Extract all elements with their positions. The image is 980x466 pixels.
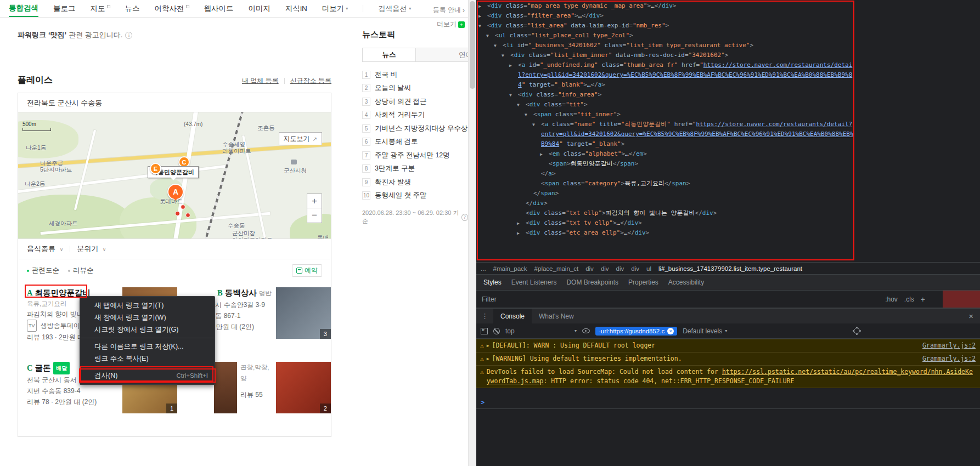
- dom-tree-line[interactable]: ▶<div class="etc_area ellp">…</div>: [476, 228, 855, 238]
- breadcrumb[interactable]: div: [585, 265, 594, 272]
- help-icon[interactable]: ?: [461, 214, 468, 221]
- search-option-button[interactable]: 검색옵션▾: [378, 0, 411, 17]
- news-topic-item[interactable]: 83단계로 구분: [362, 162, 468, 176]
- tab-accessibility[interactable]: Accessibility: [663, 275, 709, 290]
- news-topic-item[interactable]: 9확진자 발생: [362, 175, 468, 189]
- search-tab-지도[interactable]: 지도: [91, 0, 110, 17]
- search-tab-블로그[interactable]: 블로그: [53, 0, 76, 17]
- ad-register-link[interactable]: 등록 안내 ›: [433, 5, 465, 15]
- dom-tree-line[interactable]: ▼<a class="name" title="최동민양푼갈비" href="h…: [476, 120, 855, 149]
- news-topic-item[interactable]: 3상당히 의견 접근: [362, 95, 468, 109]
- dom-tree-line[interactable]: </div>: [476, 198, 855, 208]
- tree-expander-icon[interactable]: ▶: [478, 12, 481, 21]
- dom-tree-line[interactable]: ▼<li id="_business_34201602" class="list…: [476, 41, 855, 50]
- reserve-button[interactable]: 예약: [292, 264, 322, 277]
- elements-tree[interactable]: ▶<div class="map_area type_dynamic _map_…: [476, 0, 855, 262]
- close-icon[interactable]: ×: [962, 311, 980, 321]
- tab-entertainment[interactable]: 연예: [415, 48, 468, 61]
- tree-expander-icon[interactable]: ▼: [478, 21, 481, 31]
- execution-context-select[interactable]: top ▾: [505, 327, 577, 335]
- zoom-in-button[interactable]: +: [307, 194, 322, 208]
- map-marker-a[interactable]: A: [167, 184, 184, 200]
- console-warning[interactable]: ⚠ DevTools failed to load SourceMap: Cou…: [476, 366, 980, 388]
- expander-icon[interactable]: ▶: [487, 354, 489, 363]
- kebab-menu-icon[interactable]: ⋮: [476, 312, 493, 320]
- ad-more-link[interactable]: 더보기 +: [433, 20, 465, 29]
- tab-dom-breakpoints[interactable]: DOM Breakpoints: [561, 275, 623, 290]
- tree-expander-icon[interactable]: ▼: [532, 120, 535, 130]
- tree-expander-icon[interactable]: ▶: [517, 219, 520, 229]
- place-photo[interactable]: 2: [276, 362, 331, 413]
- source-link[interactable]: Grammarly.js:2: [922, 354, 976, 363]
- map[interactable]: 조촌동수송세영 리첼아파트나운1동나운주공 5단지아파트나운2동군산시청롯데마트…: [18, 112, 331, 239]
- search-tab-웹사이트[interactable]: 웹사이트: [204, 0, 234, 17]
- expander-icon[interactable]: ▶: [487, 341, 489, 350]
- tab-whats-new[interactable]: What's New: [532, 309, 581, 323]
- search-tab-뉴스[interactable]: 뉴스: [125, 0, 140, 17]
- settings-gear-icon[interactable]: [854, 328, 860, 334]
- tab-styles[interactable]: Styles: [478, 275, 506, 290]
- console-prompt[interactable]: >: [476, 396, 980, 409]
- dom-tree-line[interactable]: ▶<div class="filter_area">…</div>: [476, 11, 855, 21]
- eye-icon[interactable]: [582, 328, 590, 333]
- news-topic-item[interactable]: 4사회적 거리두기: [362, 109, 468, 122]
- tree-expander-icon[interactable]: ▼: [509, 90, 512, 100]
- console-warning[interactable]: ⚠ ▶ [DEFAULT]: WARN : Using DEFAULT root…: [476, 339, 980, 353]
- dom-tree-line[interactable]: <div class="txt ellp">파김치의 향이 빛나는 양푼갈비</…: [476, 208, 855, 218]
- info-icon[interactable]: i: [125, 32, 132, 39]
- dom-tree-line[interactable]: ▼<div class="info_area">: [476, 90, 855, 100]
- menu-item-링크 주소 복사(E)[interactable]: 링크 주소 복사(E): [80, 353, 215, 365]
- tree-expander-icon[interactable]: ▶: [540, 150, 543, 160]
- page-scrollbar[interactable]: [468, 0, 476, 466]
- search-tab-어학사전[interactable]: 어학사전: [155, 0, 189, 17]
- breadcrumb[interactable]: div: [601, 265, 609, 272]
- tree-expander-icon[interactable]: ▶: [517, 229, 520, 238]
- sort-review[interactable]: 리뷰순: [68, 266, 94, 275]
- clear-console-icon[interactable]: [493, 328, 500, 334]
- tab-console[interactable]: Console: [493, 309, 532, 323]
- dom-tree-line[interactable]: ▼<div class="tit">: [476, 100, 855, 110]
- search-tab-통합검색[interactable]: 통합검색: [9, 0, 38, 17]
- breadcrumb[interactable]: div: [631, 265, 639, 272]
- news-topic-item[interactable]: 1전국 비: [362, 68, 468, 82]
- dom-tree-line[interactable]: </a>: [476, 169, 855, 179]
- map-marker-dot[interactable]: [175, 211, 180, 216]
- tab-news[interactable]: 뉴스: [363, 48, 415, 61]
- clear-filter-icon[interactable]: ×: [667, 328, 674, 334]
- news-topic-item[interactable]: 7주말 광주 전남서만 12명: [362, 149, 468, 162]
- dom-tree-line[interactable]: ▼<ul class="list_place_col1 type_2col">: [476, 31, 855, 41]
- search-tab-이미지[interactable]: 이미지: [249, 0, 271, 17]
- register-business-link[interactable]: 내 업체 등록: [242, 76, 279, 86]
- console-warning[interactable]: ⚠ ▶ [WARNING] Using default timeseries i…: [476, 353, 980, 366]
- breadcrumb[interactable]: #main_pack: [493, 265, 527, 272]
- dom-tree-line[interactable]: ▶<div class="map_area type_dynamic _map_…: [476, 1, 855, 11]
- place-photo-strip[interactable]: [214, 362, 237, 413]
- tree-expander-icon[interactable]: ▶: [509, 61, 512, 71]
- breadcrumb[interactable]: li#_business_1741379902.list_item.type_r…: [658, 265, 802, 272]
- news-topic-item[interactable]: 10동행세일 첫 주말: [362, 189, 468, 203]
- styles-filter-input[interactable]: Filter: [482, 295, 497, 303]
- news-topic-item[interactable]: 6도시봉쇄 검토: [362, 135, 468, 149]
- map-marker-dot[interactable]: [181, 204, 185, 209]
- news-topic-item[interactable]: 2오늘의 날씨: [362, 82, 468, 95]
- menu-item-새 탭에서 링크 열기(T)[interactable]: 새 탭에서 링크 열기(T): [80, 299, 215, 311]
- menu-item-검사(N)[interactable]: 검사(N)Ctrl+Shift+I: [80, 370, 215, 382]
- map-marker-e[interactable]: E: [150, 163, 161, 174]
- breadcrumb[interactable]: ...: [481, 265, 486, 272]
- breadcrumb[interactable]: ul: [646, 265, 651, 272]
- tree-expander-icon[interactable]: ▼: [517, 100, 520, 110]
- source-link[interactable]: Grammarly.js:2: [922, 341, 976, 350]
- dom-tree-line[interactable]: ▼<span class="tit_inner">: [476, 110, 855, 120]
- map-marker-dot[interactable]: [185, 213, 190, 218]
- dom-tree-line[interactable]: ▶<em class="alphabet">…</em>: [476, 149, 855, 159]
- search-tab-지식iN[interactable]: 지식iN: [285, 0, 307, 17]
- menu-item-새 창에서 링크 열기(W)[interactable]: 새 창에서 링크 열기(W): [80, 311, 215, 323]
- tab-properties[interactable]: Properties: [623, 275, 663, 290]
- toggle-class-button[interactable]: .cls: [904, 295, 914, 303]
- zoom-out-button[interactable]: −: [307, 208, 322, 223]
- dom-tree-line[interactable]: <span class="category">육류,고기요리</span>: [476, 179, 855, 189]
- log-levels-select[interactable]: Default levels ▾: [683, 327, 727, 335]
- filter-food-type[interactable]: 음식종류 ∨: [27, 244, 63, 254]
- register-place-link[interactable]: 신규장소 등록: [290, 76, 331, 86]
- tree-expander-icon[interactable]: ▼: [525, 110, 527, 120]
